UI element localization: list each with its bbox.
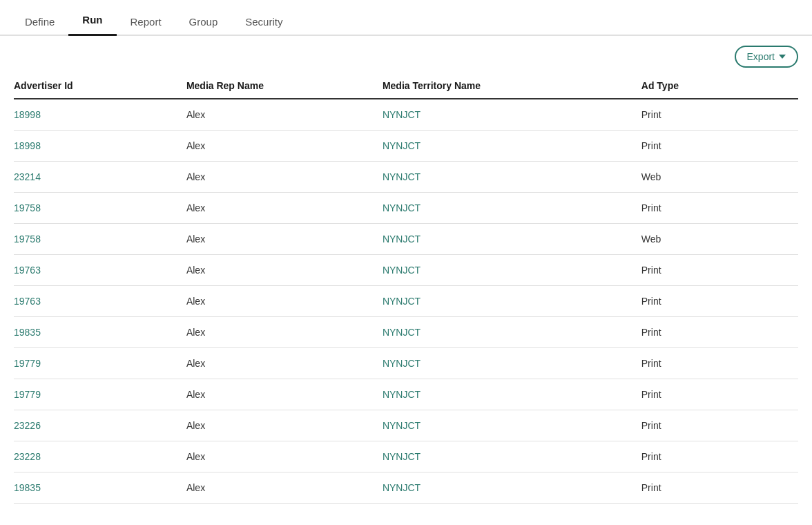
- table-row: 19763AlexNYNJCTPrint: [14, 286, 798, 317]
- table-row: 19763AlexNYNJCTPrint: [14, 255, 798, 286]
- cell-media-rep-name: Alex: [186, 224, 383, 255]
- table-row: 23226AlexNYNJCTPrint: [14, 410, 798, 441]
- cell-media-territory-name[interactable]: NYNJCT: [383, 224, 641, 255]
- cell-ad-type: Print: [641, 410, 798, 441]
- toolbar: Export: [0, 36, 812, 73]
- cell-media-rep-name: Alex: [186, 131, 383, 162]
- cell-media-territory-name[interactable]: NYNJCT: [383, 379, 641, 410]
- table-row: 23214AlexNYNJCTWeb: [14, 162, 798, 193]
- cell-advertiser-id[interactable]: 19779: [14, 379, 186, 410]
- col-header-media-territory-name: Media Territory Name: [383, 73, 641, 99]
- table-row: 18998AlexNYNJCTPrint: [14, 99, 798, 131]
- cell-media-territory-name[interactable]: NYNJCT: [383, 286, 641, 317]
- cell-ad-type: Web: [641, 162, 798, 193]
- tab-run[interactable]: Run: [68, 6, 116, 36]
- table-row: 19758AlexNYNJCTPrint: [14, 193, 798, 224]
- tab-report[interactable]: Report: [117, 8, 175, 36]
- cell-advertiser-id[interactable]: 23214: [14, 162, 186, 193]
- cell-media-rep-name: Alex: [186, 348, 383, 379]
- tab-define[interactable]: Define: [11, 8, 68, 36]
- table-row: 19758AlexNYNJCTWeb: [14, 224, 798, 255]
- cell-advertiser-id[interactable]: 19835: [14, 472, 186, 504]
- cell-media-rep-name: Alex: [186, 441, 383, 472]
- cell-advertiser-id[interactable]: 19763: [14, 286, 186, 317]
- cell-advertiser-id[interactable]: 18998: [14, 131, 186, 162]
- cell-ad-type: Print: [641, 286, 798, 317]
- cell-media-territory-name[interactable]: NYNJCT: [383, 348, 641, 379]
- col-header-advertiser-id: Advertiser Id: [14, 73, 186, 99]
- cell-media-territory-name[interactable]: NYNJCT: [383, 410, 641, 441]
- cell-media-rep-name: Alex: [186, 162, 383, 193]
- tab-security[interactable]: Security: [231, 8, 296, 36]
- cell-media-rep-name: Alex: [186, 379, 383, 410]
- cell-ad-type: Print: [641, 255, 798, 286]
- cell-ad-type: Print: [641, 472, 798, 504]
- cell-ad-type: Print: [641, 131, 798, 162]
- cell-advertiser-id[interactable]: 19779: [14, 348, 186, 379]
- cell-ad-type: Print: [641, 441, 798, 472]
- cell-ad-type: Print: [641, 193, 798, 224]
- cell-media-territory-name[interactable]: NYNJCT: [383, 193, 641, 224]
- cell-advertiser-id[interactable]: 19763: [14, 255, 186, 286]
- cell-advertiser-id[interactable]: 18998: [14, 99, 186, 131]
- cell-advertiser-id[interactable]: 19758: [14, 224, 186, 255]
- cell-media-rep-name: Alex: [186, 99, 383, 131]
- table-row: 19779AlexNYNJCTPrint: [14, 379, 798, 410]
- cell-ad-type: Web: [641, 224, 798, 255]
- table-row: 19779AlexNYNJCTPrint: [14, 348, 798, 379]
- cell-media-rep-name: Alex: [186, 472, 383, 504]
- data-table-container: Advertiser Id Media Rep Name Media Terri…: [0, 73, 812, 504]
- cell-media-rep-name: Alex: [186, 193, 383, 224]
- cell-media-territory-name[interactable]: NYNJCT: [383, 441, 641, 472]
- table-row: 18998AlexNYNJCTPrint: [14, 131, 798, 162]
- cell-advertiser-id[interactable]: 23228: [14, 441, 186, 472]
- cell-media-territory-name[interactable]: NYNJCT: [383, 162, 641, 193]
- col-header-ad-type: Ad Type: [641, 73, 798, 99]
- cell-ad-type: Print: [641, 317, 798, 348]
- table-row: 23228AlexNYNJCTPrint: [14, 441, 798, 472]
- cell-advertiser-id[interactable]: 19835: [14, 317, 186, 348]
- cell-media-territory-name[interactable]: NYNJCT: [383, 472, 641, 504]
- table-header-row: Advertiser Id Media Rep Name Media Terri…: [14, 73, 798, 99]
- cell-media-territory-name[interactable]: NYNJCT: [383, 99, 641, 131]
- cell-media-territory-name[interactable]: NYNJCT: [383, 255, 641, 286]
- tab-group[interactable]: Group: [175, 8, 232, 36]
- cell-ad-type: Print: [641, 379, 798, 410]
- table-row: 19835AlexNYNJCTPrint: [14, 317, 798, 348]
- cell-advertiser-id[interactable]: 23226: [14, 410, 186, 441]
- cell-ad-type: Print: [641, 99, 798, 131]
- tab-bar: Define Run Report Group Security: [0, 0, 812, 36]
- export-button[interactable]: Export: [735, 46, 798, 68]
- cell-media-territory-name[interactable]: NYNJCT: [383, 131, 641, 162]
- cell-advertiser-id[interactable]: 19758: [14, 193, 186, 224]
- cell-media-rep-name: Alex: [186, 410, 383, 441]
- cell-ad-type: Print: [641, 348, 798, 379]
- cell-media-territory-name[interactable]: NYNJCT: [383, 317, 641, 348]
- table-row: 19835AlexNYNJCTPrint: [14, 472, 798, 504]
- col-header-media-rep-name: Media Rep Name: [186, 73, 383, 99]
- cell-media-rep-name: Alex: [186, 286, 383, 317]
- cell-media-rep-name: Alex: [186, 255, 383, 286]
- data-table: Advertiser Id Media Rep Name Media Terri…: [14, 73, 798, 504]
- chevron-down-icon: [779, 55, 786, 59]
- export-label: Export: [747, 51, 775, 62]
- cell-media-rep-name: Alex: [186, 317, 383, 348]
